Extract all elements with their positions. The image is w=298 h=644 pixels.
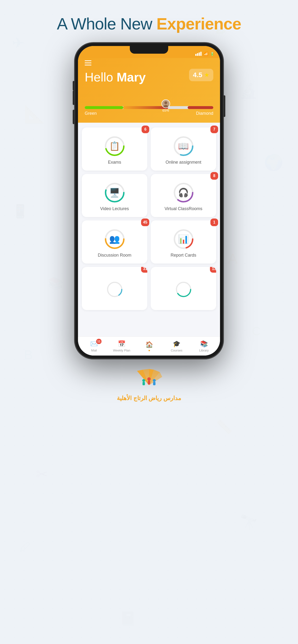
- bottom-navigation: ✉️ 11 Mail 📅 Weekly Plan 🏠 🎓 Courses: [78, 336, 220, 356]
- grid-row-2: 🖥️ Video Lectures 8 🎧: [82, 174, 216, 217]
- progress-labels: Green Diamond: [85, 111, 213, 116]
- svg-text:📏: 📏: [216, 419, 232, 434]
- card-virtual-classrooms[interactable]: 8 🎧 Virtual ClassRooms: [151, 174, 216, 217]
- volume-up-button: [73, 90, 75, 105]
- icon-video-lectures: 🖥️: [104, 182, 125, 204]
- grid-row-1: 6 📋 Exams 7: [82, 128, 216, 170]
- icon-exams: 📋: [104, 135, 125, 157]
- nav-label-weekly-plan: Weekly Plan: [113, 348, 130, 352]
- card-discussion-room[interactable]: 45 👥 Discussion Room: [82, 220, 147, 264]
- card-video-lectures-label: Video Lectures: [100, 206, 129, 211]
- svg-text:🌍: 🌍: [264, 153, 284, 172]
- progress-green-segment: [85, 106, 123, 109]
- svg-text:✂: ✂: [36, 466, 48, 482]
- rating-badge: 4.5 ★: [189, 69, 213, 81]
- nav-item-courses[interactable]: 🎓 Courses: [168, 340, 185, 352]
- card-virtual-classrooms-label: Virtual ClassRooms: [165, 206, 203, 211]
- nav-item-mail[interactable]: ✉️ 11 Mail: [86, 340, 102, 352]
- logo-graphic-icon: [135, 368, 163, 392]
- svg-text:📓: 📓: [120, 611, 136, 626]
- main-content: 6 📋 Exams 7: [78, 123, 220, 336]
- card-item7[interactable]: 31: [82, 267, 147, 310]
- signal-icon: [195, 52, 202, 56]
- badge-report-cards: 1: [210, 218, 218, 226]
- svg-text:C: C: [252, 325, 261, 338]
- nav-item-home[interactable]: 🏠: [141, 341, 158, 351]
- card-online-assignment-label: Online assignment: [166, 160, 201, 165]
- nav-item-library[interactable]: 📚 Library: [196, 340, 212, 352]
- icon-item8: [175, 281, 192, 298]
- badge-item7: 31: [141, 267, 147, 273]
- library-icon: 📚: [200, 340, 208, 348]
- battery-icon: 🔋: [210, 52, 214, 56]
- star-icon: ★: [204, 72, 209, 78]
- svg-text:📱: 📱: [12, 204, 29, 219]
- courses-icon: 🎓: [173, 340, 181, 348]
- grid-row-3: 45 👥 Discussion Room 1: [82, 220, 216, 264]
- home-icon: 🏠: [145, 341, 153, 348]
- grid-row-4: 31 13: [82, 267, 216, 310]
- progress-track: 65%: [85, 106, 213, 109]
- progress-section: 65% Green Diamond: [85, 106, 213, 116]
- card-item8[interactable]: 13: [151, 267, 216, 310]
- school-logo: مدارس رياض الرتاج الأهلية: [117, 368, 181, 416]
- icon-discussion-room: 👥: [104, 228, 125, 250]
- progress-diamond-label: Diamond: [196, 111, 213, 116]
- card-video-lectures[interactable]: 🖥️ Video Lectures: [82, 174, 147, 217]
- phone-frame: 📶 🔋 Hello Mary 4.5 ★: [75, 43, 223, 359]
- logo-arabic-text: مدارس رياض الرتاج الأهلية: [117, 395, 181, 402]
- progress-red-segment: [188, 106, 213, 109]
- badge-online-assignment: 7: [210, 126, 218, 133]
- card-discussion-room-label: Discussion Room: [98, 253, 131, 258]
- wifi-icon: 📶: [203, 52, 208, 56]
- card-report-cards[interactable]: 1 📊 Report Cards: [151, 220, 216, 264]
- svg-rect-39: [153, 382, 156, 385]
- phone-screen: 📶 🔋 Hello Mary 4.5 ★: [78, 46, 220, 356]
- icon-item7: [106, 281, 123, 298]
- status-icons: 📶 🔋: [195, 52, 214, 56]
- svg-point-34: [142, 379, 145, 382]
- icon-report-cards: 📊: [173, 228, 194, 250]
- svg-text:🖊: 🖊: [19, 540, 31, 554]
- nav-label-mail: Mail: [91, 348, 97, 352]
- hamburger-menu[interactable]: [85, 60, 91, 66]
- svg-text:B: B: [24, 348, 33, 362]
- badge-exams: 6: [141, 126, 149, 133]
- svg-point-16: [164, 101, 167, 104]
- svg-point-38: [153, 379, 156, 382]
- notch: [130, 46, 168, 54]
- greeting-text: Hello Mary: [85, 70, 146, 84]
- card-report-cards-label: Report Cards: [171, 253, 196, 258]
- svg-rect-35: [142, 382, 145, 385]
- nav-item-weekly-plan[interactable]: 📅 Weekly Plan: [113, 340, 130, 352]
- icon-virtual-classrooms: 🎧: [173, 182, 194, 204]
- badge-item8: 13: [210, 267, 216, 273]
- user-avatar: [162, 100, 170, 108]
- home-active-dot: [148, 350, 150, 351]
- badge-virtual-classrooms: 8: [210, 172, 218, 180]
- calendar-icon: 📅: [118, 340, 125, 348]
- nav-label-library: Library: [199, 348, 209, 352]
- app-header: 📶 🔋 Hello Mary 4.5 ★: [78, 46, 220, 123]
- page-title: A Whole New Experience: [57, 0, 241, 43]
- nav-label-courses: Courses: [171, 348, 182, 352]
- badge-discussion-room: 45: [141, 218, 149, 226]
- rating-value: 4.5: [193, 71, 202, 79]
- svg-text:📐: 📐: [24, 104, 45, 124]
- icon-online-assignment: 📖: [173, 135, 194, 157]
- progress-green-label: Green: [85, 111, 97, 116]
- svg-text:✈: ✈: [12, 35, 24, 51]
- progress-marker: 65%: [162, 100, 170, 112]
- power-button: [223, 95, 225, 117]
- phone-mockup: 📶 🔋 Hello Mary 4.5 ★: [75, 43, 223, 359]
- card-exams[interactable]: 6 📋 Exams: [82, 128, 147, 170]
- svg-text:📚: 📚: [48, 276, 63, 290]
- mute-button: [73, 81, 75, 90]
- svg-text:🔬: 🔬: [240, 82, 258, 100]
- svg-point-36: [147, 377, 151, 381]
- progress-percent: 65%: [163, 108, 169, 112]
- mail-badge: 11: [96, 339, 101, 344]
- svg-text:🔭: 🔭: [240, 514, 258, 531]
- svg-rect-37: [148, 381, 150, 384]
- card-online-assignment[interactable]: 7 📖 Online assignment: [151, 128, 216, 170]
